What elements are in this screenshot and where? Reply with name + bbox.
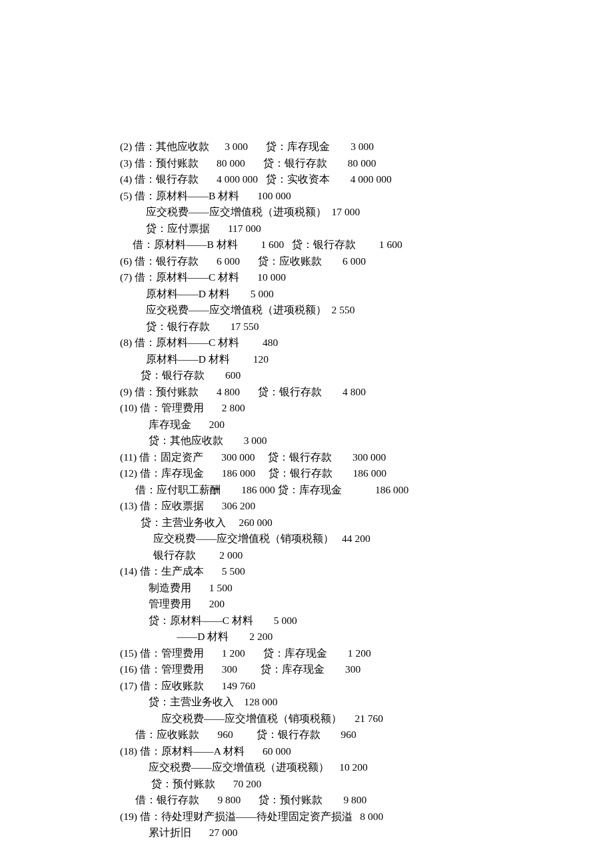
journal-entry-line: 贷：预付账款 70 200	[120, 776, 586, 793]
journal-entry-line: 贷：主营业务收入 260 000	[120, 515, 586, 531]
journal-entry-line: (13) 借：应收票据 306 200	[120, 498, 586, 515]
journal-entry-line: (18) 借：原材料——A 材料 60 000	[120, 743, 586, 760]
journal-entry-line: 借：应付职工薪酬 186 000 贷：库存现金 186 000	[120, 482, 586, 499]
journal-entry-line: (11) 借：固定资产 300 000 贷：银行存款 300 000	[120, 449, 586, 466]
journal-entry-line: (12) 借：库存现金 186 000 贷：银行存款 186 000	[120, 465, 586, 482]
journal-entry-line: (2) 借：其他应收款 3 000 贷：库存现金 3 000	[120, 139, 586, 155]
journal-entry-line: ——D 材料 2 200	[120, 629, 586, 645]
journal-entry-line: 累计折旧 27 000	[120, 825, 586, 841]
journal-entry-line: 应交税费——应交增值税（进项税额） 17 000	[120, 204, 586, 221]
journal-entry-line: 应交税费——应交增值税（进项税额） 2 550	[120, 302, 586, 319]
journal-entry-line: (8) 借：原材料——C 材料 480	[120, 335, 586, 351]
journal-entry-line: 借：原材料——B 材料 1 600 贷：银行存款 1 600	[120, 237, 586, 253]
journal-entry-line: 银行存款 2 000	[120, 547, 586, 564]
journal-entry-line: (16) 借：管理费用 300 贷：库存现金 300	[120, 661, 586, 678]
journal-entry-line: 应交税费——应交增值税（销项税额） 44 200	[120, 531, 586, 547]
journal-entry-line: 应交税费——应交增值税（进项税额） 10 200	[120, 759, 586, 776]
journal-entry-line: 借：应收账款 960 贷：银行存款 960	[120, 727, 586, 743]
journal-entry-line: (15) 借：管理费用 1 200 贷：库存现金 1 200	[120, 645, 586, 662]
journal-entry-line: (9) 借：预付账款 4 800 贷：银行存款 4 800	[120, 384, 586, 401]
journal-entry-line: 贷：银行存款 17 550	[120, 319, 586, 335]
journal-entry-line: 应交税费——应交增值税（销项税额） 21 760	[120, 711, 586, 727]
journal-entry-line: 管理费用 200	[120, 596, 586, 613]
document-body: (2) 借：其他应收款 3 000 贷：库存现金 3 000(3) 借：预付账款…	[120, 139, 586, 841]
journal-entry-line: 制造费用 1 500	[120, 580, 586, 597]
journal-entry-line: (3) 借：预付账款 80 000 贷：银行存款 80 000	[120, 155, 586, 172]
journal-entry-line: (6) 借：银行存款 6 000 贷：应收账款 6 000	[120, 253, 586, 270]
journal-entry-line: 原材料——D 材料 5 000	[120, 286, 586, 303]
journal-entry-line: (14) 借：生产成本 5 500	[120, 563, 586, 580]
journal-entry-line: 库存现金 200	[120, 417, 586, 433]
journal-entry-line: 贷：应付票据 117 000	[120, 221, 586, 237]
journal-entry-line: 贷：其他应收款 3 000	[120, 433, 586, 449]
journal-entry-line: (10) 借：管理费用 2 800	[120, 400, 586, 417]
journal-entry-line: 借：银行存款 9 800 贷：预付账款 9 800	[120, 792, 586, 809]
journal-entry-line: (4) 借：银行存款 4 000 000 贷：实收资本 4 000 000	[120, 171, 586, 188]
journal-entry-line: (17) 借：应收账款 149 760	[120, 678, 586, 695]
journal-entry-line: (5) 借：原材料——B 材料 100 000	[120, 188, 586, 205]
journal-entry-line: 原材料——D 材料 120	[120, 351, 586, 368]
journal-entry-line: (19) 借：待处理财产损溢——待处理固定资产损溢 8 000	[120, 809, 586, 825]
journal-entry-line: 贷：银行存款 600	[120, 367, 586, 384]
journal-entry-line: 贷：主营业务收入 128 000	[120, 694, 586, 711]
journal-entry-line: (7) 借：原材料——C 材料 10 000	[120, 269, 586, 286]
journal-entry-line: 贷：原材料——C 材料 5 000	[120, 613, 586, 629]
